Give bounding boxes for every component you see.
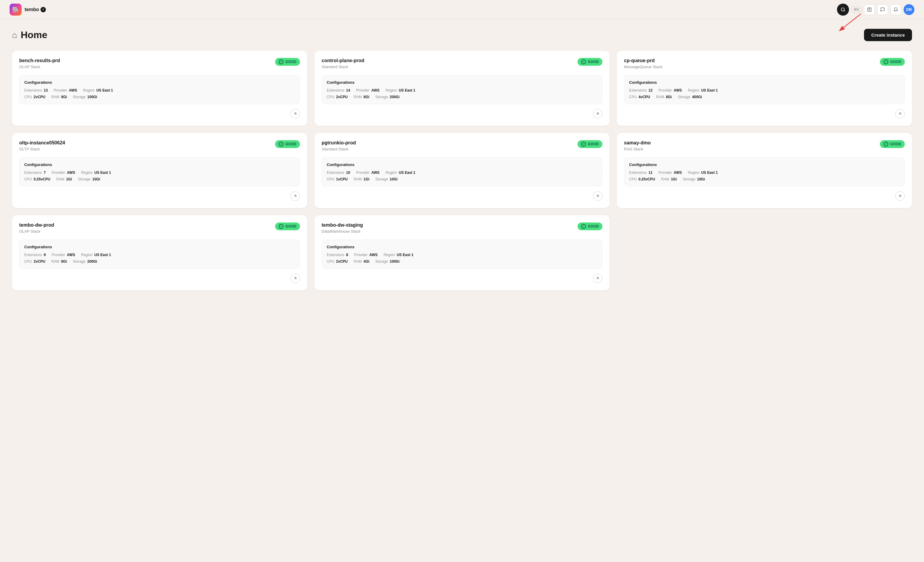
user-avatar[interactable]: DB (904, 4, 914, 15)
status-badge: ✓ GOOD (275, 222, 300, 230)
config-ram: RAM 1Gi (661, 177, 677, 181)
instance-stack: DataWarehouse Stack (322, 229, 363, 234)
config-row-2: CPU 0.25vCPU RAM 1Gi Storage 10Gi (629, 177, 900, 181)
config-storage: Storage 10Gi (375, 177, 398, 181)
status-icon: ✓ (581, 59, 586, 64)
config-cpu: CPU 1vCPU (327, 177, 348, 181)
config-extensions: Extensions 13 (24, 88, 48, 92)
status-label: GOOD (588, 142, 599, 146)
configurations-title: Configurations (24, 245, 295, 249)
card-footer (322, 191, 602, 201)
config-extensions: Extensions 8 (327, 253, 348, 257)
card-header: oltp-instance050624 OLTP Stack ✓ GOOD (19, 140, 300, 151)
card-info: pgtrunkio-prod Standard Stack (322, 140, 356, 151)
status-label: GOOD (588, 224, 599, 228)
instance-card[interactable]: bench-results-prd OLAP Stack ✓ GOOD Conf… (12, 51, 307, 126)
open-instance-button[interactable] (593, 273, 602, 283)
open-instance-button[interactable] (593, 191, 602, 201)
status-badge: ✓ GOOD (578, 140, 602, 148)
configurations-box: Configurations Extensions 10 Provider AW… (322, 157, 602, 186)
instance-name: bench-results-prd (19, 58, 60, 63)
status-label: GOOD (285, 142, 296, 146)
config-row-2: CPU 2vCPU RAM 8Gi Storage 100Gi (24, 95, 295, 99)
chat-button[interactable] (877, 4, 888, 15)
config-region: Region US East 1 (386, 171, 415, 175)
configurations-box: Configurations Extensions 7 Provider AWS… (19, 157, 300, 186)
open-instance-button[interactable] (593, 109, 602, 119)
card-footer (19, 191, 300, 201)
configurations-title: Configurations (327, 162, 597, 167)
configurations-box: Configurations Extensions 12 Provider AW… (624, 75, 905, 104)
status-badge: ✓ GOOD (578, 222, 602, 230)
config-storage: Storage 400Gi (678, 95, 702, 99)
config-ram: RAM 8Gi (51, 259, 67, 264)
config-row-1: Extensions 7 Provider AWS Region US East… (24, 171, 295, 175)
config-row-1: Extensions 10 Provider AWS Region US Eas… (327, 171, 597, 175)
app-name: tembo ✓ (25, 7, 46, 12)
status-icon: ✓ (581, 142, 586, 147)
instance-card[interactable]: oltp-instance050624 OLTP Stack ✓ GOOD Co… (12, 133, 307, 208)
app-logo: 🐘 (10, 4, 22, 16)
config-row-2: CPU 2vCPU RAM 4Gi Storage 100Gi (327, 259, 597, 264)
config-provider: Provider AWS (52, 253, 75, 257)
header: 🐘 tembo ✓ ⌘K DB (0, 0, 924, 19)
main-content: ⌂ Home Create instance bench-results-prd… (0, 19, 924, 300)
config-cpu: CPU 2vCPU (327, 259, 348, 264)
configurations-box: Configurations Extensions 9 Provider AWS… (19, 240, 300, 269)
instance-card[interactable]: control-plane-prod Standard Stack ✓ GOOD… (314, 51, 610, 126)
open-instance-button[interactable] (895, 191, 905, 201)
instance-name: tembo-dw-prod (19, 222, 54, 228)
config-provider: Provider AWS (356, 171, 380, 175)
config-storage: Storage 200Gi (73, 259, 97, 264)
svg-point-0 (841, 8, 844, 11)
card-header: pgtrunkio-prod Standard Stack ✓ GOOD (322, 140, 602, 151)
config-region: Region US East 1 (386, 88, 415, 92)
status-icon: ✓ (279, 142, 284, 147)
instance-stack: MessageQueue Stack (624, 65, 662, 69)
configurations-title: Configurations (327, 80, 597, 85)
config-region: Region US East 1 (81, 171, 111, 175)
instance-name: tembo-dw-staging (322, 222, 363, 228)
instance-card[interactable]: pgtrunkio-prod Standard Stack ✓ GOOD Con… (314, 133, 610, 208)
card-info: oltp-instance050624 OLTP Stack (19, 140, 65, 151)
configurations-title: Configurations (629, 80, 900, 85)
docs-button[interactable] (864, 4, 875, 15)
header-right: ⌘K DB (837, 4, 914, 16)
config-extensions: Extensions 12 (629, 88, 652, 92)
header-left: 🐘 tembo ✓ (10, 4, 46, 16)
configurations-box: Configurations Extensions 14 Provider AW… (322, 75, 602, 104)
open-instance-button[interactable] (895, 109, 905, 119)
status-badge: ✓ GOOD (275, 58, 300, 66)
instances-grid: bench-results-prd OLAP Stack ✓ GOOD Conf… (12, 51, 912, 290)
status-icon: ✓ (581, 224, 586, 229)
instance-card[interactable]: samay-dmo RAG Stack ✓ GOOD Configuration… (617, 133, 912, 208)
status-label: GOOD (890, 60, 901, 64)
instance-stack: Standard Stack (322, 147, 356, 151)
notifications-button[interactable] (890, 4, 901, 15)
open-instance-button[interactable] (290, 109, 300, 119)
instance-card[interactable]: tembo-dw-prod OLAP Stack ✓ GOOD Configur… (12, 215, 307, 290)
open-instance-button[interactable] (290, 191, 300, 201)
search-button[interactable] (837, 4, 849, 16)
config-storage: Storage 100Gi (375, 259, 400, 264)
config-row-1: Extensions 14 Provider AWS Region US Eas… (327, 88, 597, 92)
config-region: Region US East 1 (81, 253, 111, 257)
config-row-1: Extensions 12 Provider AWS Region US Eas… (629, 88, 900, 92)
card-info: tembo-dw-prod OLAP Stack (19, 222, 54, 234)
config-cpu: CPU 0.25vCPU (629, 177, 655, 181)
instance-card[interactable]: tembo-dw-staging DataWarehouse Stack ✓ G… (314, 215, 610, 290)
card-footer (624, 109, 905, 119)
status-label: GOOD (588, 60, 599, 64)
config-extensions: Extensions 9 (24, 253, 46, 257)
create-instance-button[interactable]: Create instance (864, 29, 912, 41)
instance-stack: RAG Stack (624, 147, 651, 151)
card-info: bench-results-prd OLAP Stack (19, 58, 60, 69)
config-cpu: CPU 0.25vCPU (24, 177, 50, 181)
configurations-title: Configurations (327, 245, 597, 249)
instance-name: pgtrunkio-prod (322, 140, 356, 146)
status-icon: ✓ (279, 59, 284, 64)
open-instance-button[interactable] (290, 273, 300, 283)
instance-card[interactable]: cp-queue-prd MessageQueue Stack ✓ GOOD C… (617, 51, 912, 126)
card-header: cp-queue-prd MessageQueue Stack ✓ GOOD (624, 58, 905, 69)
configurations-title: Configurations (24, 80, 295, 85)
